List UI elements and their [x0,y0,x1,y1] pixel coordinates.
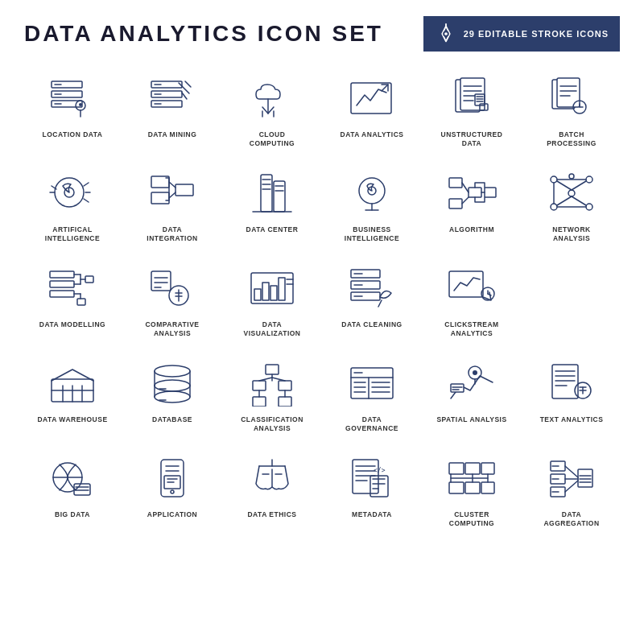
batch-processing-label: BATCH PROCESSING [535,130,608,148]
svg-line-19 [182,93,187,99]
svg-line-145 [259,378,272,381]
metadata-label: METADATA [352,510,392,519]
icon-cell: ALGORITHM [423,161,520,248]
database-label: DATABASE [152,415,192,424]
business-intelligence-icon-box [340,166,404,221]
algorithm-label: ALGORITHM [449,225,494,234]
svg-point-76 [551,176,557,183]
text-analytics-icon [544,360,599,407]
svg-point-78 [551,204,557,210]
svg-point-75 [568,190,575,196]
svg-rect-70 [469,188,481,197]
data-analytics-label: DATA ANALYTICS [341,130,404,139]
svg-rect-110 [270,286,277,300]
svg-rect-107 [251,273,293,303]
page: DATA ANALYTICS ICON SET 29 EDITABLE STRO… [0,0,644,644]
data-visualization-icon-box [240,261,304,316]
icon-cell: COMPARATIVE ANALYSIS [124,256,221,343]
cluster-computing-icon [444,455,499,502]
svg-line-216 [565,481,578,492]
clickstream-analytics-icon-box [440,261,504,316]
svg-line-48 [84,199,89,202]
data-governance-label: DATA GOVERNANCE [336,415,408,433]
data-mining-icon [145,75,200,122]
data-ethics-label: DATA ETHICS [247,510,296,519]
icon-cell: CLASSIFICATION ANALYSIS [224,351,320,438]
icon-cell: UNSTRUCTURED DATA [423,66,520,153]
svg-point-160 [473,370,477,375]
svg-rect-143 [279,397,291,407]
svg-line-120 [378,300,382,307]
icon-cell: DATA MODELLING [24,256,121,343]
icon-grid: LOCATION DATA DATA MINING [24,66,620,533]
icon-cell: CLICKSTREAM ANALYTICS [423,256,520,343]
svg-line-73 [462,197,469,204]
data-mining-label: DATA MINING [148,130,197,139]
data-ethics-icon-box [240,451,304,506]
batch-processing-icon [544,75,599,122]
svg-rect-162 [451,384,464,392]
svg-rect-53 [175,184,193,196]
unstructured-data-label: UNSTRUCTURED DATA [436,130,508,148]
location-data-icon [45,75,100,122]
database-icon-box [140,356,204,411]
header: DATA ANALYTICS ICON SET 29 EDITABLE STRO… [24,16,620,52]
icon-cell: NETWORK ANALYSIS [523,161,620,248]
ai-icon [45,170,100,217]
svg-rect-98 [77,299,85,305]
svg-point-133 [155,380,190,391]
svg-line-82 [572,181,586,190]
icon-cell: BUSINESS INTELLIGENCE [324,161,420,248]
cluster-computing-label: CLUSTER COMPUTING [436,510,508,528]
svg-point-10 [79,103,82,106]
data-visualization-icon [245,265,299,312]
business-intelligence-label: BUSINESS INTELLIGENCE [336,225,408,243]
icon-cell: SPATIAL ANALYSIS [423,351,520,438]
icon-cell: BATCH PROCESSING [523,66,620,153]
spatial-analysis-icon [444,360,499,407]
application-icon-box [140,451,204,506]
svg-line-18 [185,81,191,87]
clickstream-analytics-icon [444,265,499,312]
ai-label: ARTIFICAL INTELLIGENCE [36,225,109,243]
page-title: DATA ANALYTICS ICON SET [24,21,383,47]
algorithm-icon [444,170,499,217]
data-aggregation-icon [544,455,599,502]
svg-line-46 [84,183,89,186]
svg-rect-71 [485,188,496,197]
svg-rect-203 [449,482,464,493]
svg-line-81 [557,181,572,190]
database-icon [145,360,200,407]
svg-line-55 [169,192,175,198]
badge-label: EDITABLE STROKE ICONS [478,29,609,39]
data-center-label: DATA CENTER [246,225,299,234]
data-integration-icon [145,170,200,217]
spatial-analysis-icon-box [440,356,504,411]
icon-cell: DATA INTEGRATION [124,161,221,248]
comparative-analysis-icon [145,265,200,312]
icon-cell: CLOUD COMPUTING [224,66,320,153]
svg-point-184 [171,490,174,493]
icon-cell: APPLICATION [124,446,221,533]
big-data-label: BIG DATA [55,510,90,519]
application-label: APPLICATION [147,510,197,519]
icon-cell: DATA ANALYTICS [324,66,420,153]
data-cleaning-label: DATA CLEANING [341,320,402,329]
text-analytics-label: TEXT ANALYTICS [540,415,604,424]
cluster-computing-icon-box [440,451,504,506]
svg-rect-121 [449,271,483,297]
big-data-icon [45,455,100,502]
icon-cell: </> METADATA [324,446,420,533]
data-governance-icon [345,360,399,407]
text-analytics-icon-box [539,356,604,411]
svg-rect-140 [253,381,266,390]
data-center-icon [245,170,299,217]
data-integration-icon-box [140,166,204,221]
data-analytics-icon [345,75,399,122]
svg-rect-141 [279,381,291,390]
cloud-computing-icon-box [240,71,304,126]
business-intelligence-icon [345,170,399,217]
svg-line-146 [272,378,285,381]
metadata-icon: </> [345,455,399,502]
data-warehouse-label: DATA WAREHOUSE [37,415,107,424]
